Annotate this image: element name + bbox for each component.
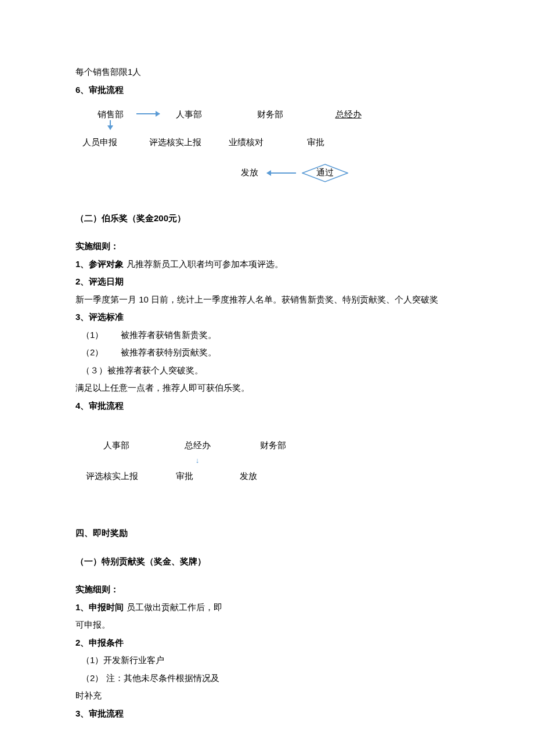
instant-criteria-2b: 时补充 [75,687,459,704]
flow1-finance: 财务部 [250,106,290,123]
instant-rules-label: 实施细则： [75,581,459,598]
instant-item-3-label: 3、审批流程 [75,705,459,722]
flow2-review: 评选核实上报 [80,468,144,485]
bole-criteria-note: 满足以上任意一点者，推荐人即可获伯乐奖。 [75,380,459,397]
heading-6-approval: 6、审批流程 [75,82,459,99]
flow2-finance: 财务部 [250,437,296,454]
instant-sub: （一）特别贡献奖（奖金、奖牌） [75,553,459,570]
bole-item-2-label: 2、评选日期 [75,273,459,290]
arrow-right-icon [136,113,160,114]
flow1-review: 评选核实上报 [140,134,210,151]
flow-chart-1: 销售部 人事部 财务部 总经办 人员申报 评选核实上报 业绩核对 审批 发放 通… [87,106,459,182]
flow-chart-2: 人事部 总经办 财务部 ↓ 评选核实上报 审批 发放 [87,437,459,484]
bole-rules-label: 实施细则： [75,238,459,255]
flow1-apply: 人员申报 [77,134,123,151]
flow2-hr: 人事部 [87,437,145,454]
bole-item-1: 1、参评对象 凡推荐新员工入职者均可参加本项评选。 [75,256,459,273]
instant-item-1b: 可申报。 [75,617,459,633]
instant-criteria-2: （2） 注：其他未尽条件根据情况及 [75,670,459,687]
flow1-hr: 人事部 [163,106,215,123]
bole-title: （二）伯乐奖（奖金200元） [75,210,459,227]
flow2-approve: 审批 [167,468,202,485]
flow1-gm: 总经办 [325,106,371,123]
flow1-pass-diamond: 通过 [302,164,348,182]
instant-item-1: 1、申报时间 员工做出贡献工作后，即 [75,599,459,616]
flow1-verify: 业绩核对 [223,134,269,151]
bole-item-3-label: 3、评选标准 [75,309,459,326]
bole-item-4-label: 4、审批流程 [75,398,459,415]
flow1-approve: 审批 [298,134,333,151]
arrow-down-icon [110,120,111,129]
flow2-gm: 总经办 [174,437,221,454]
instant-title: 四、即时奖励 [75,525,459,542]
flow2-issue: 发放 [231,468,266,485]
bole-item-2-text: 新一季度第一月 10 日前，统计上一季度推荐人名单。获销售新贵奖、特别贡献奖、个… [75,291,459,308]
flow1-issue: 发放 [232,164,267,181]
arrow-left-icon [267,172,296,174]
instant-criteria-1: （1）开发新行业客户 [75,652,459,669]
intro-limit: 每个销售部限1人 [75,64,459,81]
arrow-down-small-icon: ↓ [174,453,221,468]
bole-criteria-2: （2） 被推荐者获特别贡献奖。 [75,344,459,361]
instant-item-2-label: 2、申报条件 [75,635,459,651]
bole-criteria-3: （３）被推荐者获个人突破奖。 [75,362,459,379]
bole-criteria-1: （1） 被推荐者获销售新贵奖。 [75,327,459,344]
